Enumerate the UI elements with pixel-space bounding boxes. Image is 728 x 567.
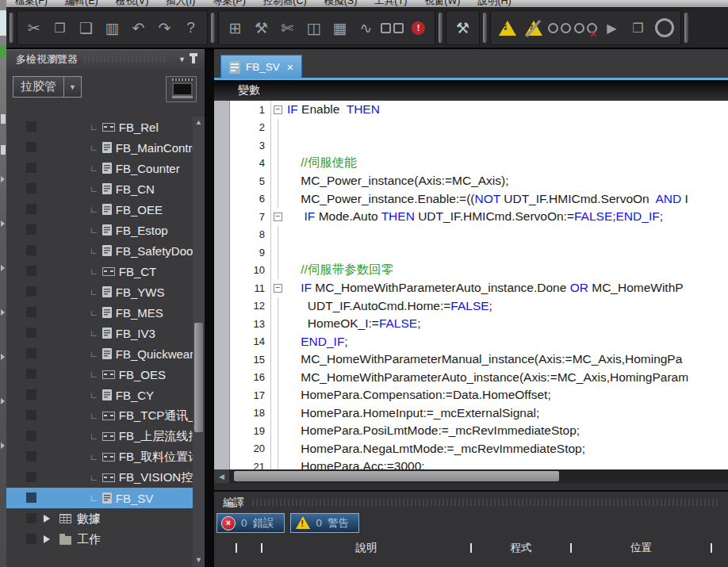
code-line-10[interactable]: 10 //伺服带参数回零: [229, 262, 728, 280]
tree-item-fb-mes[interactable]: ∟FB_MES: [6, 302, 193, 323]
st-code-editor[interactable]: 1−IF Enable THEN234 //伺服使能5 MC_Power_ins…: [214, 101, 728, 469]
paste-icon[interactable]: ❑: [73, 15, 99, 41]
tree-item-fb-sv[interactable]: ∟FB_SV: [6, 488, 193, 508]
menu-item-2[interactable]: 檢視(V): [107, 0, 158, 8]
rebuild-icon[interactable]: ⚒: [450, 15, 476, 41]
tree-item-fb-cn[interactable]: ∟FB_CN: [6, 178, 193, 199]
code-line-5[interactable]: 5 MC_Power_instance(Axis:=MC_Axis);: [229, 172, 728, 190]
help-icon[interactable]: ?: [178, 15, 204, 41]
tree-item-fb-[interactable]: ∟FB_上层流线控制: [6, 426, 193, 446]
code-line-8[interactable]: 8: [229, 226, 728, 244]
find-icon[interactable]: [379, 15, 405, 41]
code-line-1[interactable]: 1−IF Enable THEN: [229, 101, 728, 119]
tree-group-工作[interactable]: 工作: [6, 529, 193, 550]
code-line-6[interactable]: 6 MC_Power_instance.Enable:=((NOT UDT_IF…: [229, 190, 728, 209]
code-line-14[interactable]: 14 END_IF;: [229, 333, 728, 351]
insert-window-icon[interactable]: ⊞: [222, 15, 248, 41]
go-offline-icon[interactable]: ↯: [520, 15, 546, 41]
tree-item-fb-iv3[interactable]: ∟FB_IV3: [6, 323, 193, 343]
menu-item-1[interactable]: 編輯(E): [56, 0, 107, 8]
warnings-filter-button[interactable]: ! 0 警告: [290, 513, 360, 533]
menu-item-9[interactable]: 說明(H): [469, 0, 519, 8]
tree-item-fb-maincontrol[interactable]: ∟FB_MainControl: [6, 137, 193, 158]
menu-item-4[interactable]: 專案(P): [204, 0, 255, 8]
column-program[interactable]: 程式: [472, 541, 570, 555]
delete-icon[interactable]: ▥: [99, 15, 125, 41]
redo-icon[interactable]: ↷: [151, 15, 178, 41]
edit-tools-icon[interactable]: ⚒: [248, 15, 274, 41]
code-line-11[interactable]: 11− IF MC_HomeWithParameterAuto_instance…: [229, 279, 728, 297]
code-line-20[interactable]: 20 HomePara.NegaLmtMode:=_mcRevImmediate…: [229, 440, 728, 458]
tree-item-fb-oes[interactable]: ∟FB_OES: [6, 364, 193, 385]
errors-filter-button[interactable]: × 0 錯誤: [216, 513, 285, 533]
tree-item-fb-estop[interactable]: ∟FB_Estop: [6, 220, 193, 240]
code-line-16[interactable]: 16 MC_HomeWithParameterAuto_instance(Axi…: [229, 369, 728, 387]
expand-arrow-icon[interactable]: [44, 535, 50, 543]
synchronize-icon[interactable]: [651, 15, 677, 41]
tree-item-fb-oee[interactable]: ∟FB_OEE: [6, 199, 193, 220]
copy-icon[interactable]: ❐: [47, 15, 73, 41]
code-line-4[interactable]: 4 //伺服使能: [229, 155, 728, 173]
close-icon[interactable]: ×: [287, 61, 293, 74]
code-line-7[interactable]: 7− IF Mode.Auto THEN UDT_IF.HMICmd.Servo…: [229, 208, 728, 226]
chevron-down-icon[interactable]: ▼: [63, 77, 81, 97]
tree-item-fb-safetydoor[interactable]: ∟FB_SafetyDoor: [6, 240, 193, 261]
stop-monitor-icon[interactable]: ✕: [573, 15, 599, 41]
run-transfer-icon[interactable]: ▶: [599, 15, 625, 41]
tree-scrollbar[interactable]: ▲ ▼: [193, 117, 205, 567]
watch-window-icon[interactable]: ◫: [301, 15, 327, 41]
tree-item-fb-yws[interactable]: ∟FB_YWS: [6, 282, 193, 302]
scroll-left-icon[interactable]: ◀: [214, 469, 229, 483]
tree-item-fb-ct[interactable]: ∟FB_CT: [6, 261, 193, 282]
hscrollbar-thumb[interactable]: [234, 471, 559, 481]
compare-icon[interactable]: ❐: [625, 15, 651, 41]
tab-fb-sv[interactable]: FB_SV ×: [220, 55, 302, 79]
tree-item-fb-quickwearpa[interactable]: ∟FB_Quickwearpa: [6, 343, 193, 364]
expand-arrow-icon[interactable]: [44, 515, 50, 523]
menu-item-3[interactable]: 插入(I): [157, 0, 204, 8]
fold-toggle[interactable]: −: [271, 101, 285, 119]
pulse-monitor-icon[interactable]: ∿: [353, 15, 379, 41]
pin-icon[interactable]: [192, 56, 195, 63]
cut-icon[interactable]: ✂: [21, 15, 47, 41]
code-line-2[interactable]: 2: [229, 119, 728, 137]
menu-item-7[interactable]: 工具(T): [366, 0, 416, 8]
tree-item-fb-counter[interactable]: ∟FB_Counter: [6, 158, 193, 178]
code-line-21[interactable]: 21 HomePara.Acc:=3000;: [229, 458, 728, 469]
go-online-icon[interactable]: ↯: [494, 15, 520, 41]
menu-item-8[interactable]: 視窗(W): [416, 0, 469, 8]
tree-item-fb-vision-[interactable]: ∟FB_VISION控制_: [6, 467, 193, 488]
code-line-17[interactable]: 17 HomePara.Compensation:=Data.HomeOffse…: [229, 386, 728, 404]
code-line-12[interactable]: 12 UDT_IF.AutoCmd.Home:=FALSE;: [229, 297, 728, 316]
scroll-up-icon[interactable]: ▲: [193, 117, 205, 128]
explorer-collapse-icon[interactable]: ▼: [178, 56, 186, 63]
code-line-19[interactable]: 19 HomePara.PosiLmtMode:=_mcRevImmediate…: [229, 422, 728, 440]
trim-icon[interactable]: ✄: [274, 15, 301, 41]
error-list-icon[interactable]: !: [405, 15, 431, 41]
column-description[interactable]: 說明: [262, 541, 470, 555]
code-line-13[interactable]: 13 HomeOK_I:=FALSE;: [229, 315, 728, 333]
menu-item-5[interactable]: 控制器(C): [255, 0, 316, 8]
variables-bar[interactable]: 變數: [214, 80, 728, 102]
tree-item-fb-[interactable]: ∟FB_取料位置计算: [6, 446, 193, 467]
tree-item-fb-rel[interactable]: ∟FB_Rel: [6, 117, 193, 137]
watch-table-icon[interactable]: ▦: [327, 15, 353, 41]
code-line-18[interactable]: 18 HomePara.HomeInput:=_mcExternalSignal…: [229, 404, 728, 423]
menu-item-6[interactable]: 模擬(S): [316, 0, 366, 8]
fold-toggle[interactable]: −: [271, 279, 285, 297]
undo-icon[interactable]: ↶: [125, 15, 151, 41]
code-line-9[interactable]: 9: [229, 243, 728, 262]
fold-toggle[interactable]: −: [271, 208, 285, 226]
code-line-15[interactable]: 15 MC_HomeWithParameterManual_instance(A…: [229, 351, 728, 369]
menu-item-0[interactable]: 檔案(F): [6, 0, 56, 8]
monitor-icon[interactable]: [546, 15, 573, 41]
device-selector[interactable]: 拉胶管 ▼: [13, 76, 82, 98]
tree-group-數據[interactable]: 數據: [6, 508, 193, 529]
tree-item-fb-cy[interactable]: ∟FB_CY: [6, 385, 193, 405]
horizontal-scrollbar[interactable]: ◀: [214, 469, 728, 483]
controller-icon[interactable]: [166, 76, 197, 102]
code-line-3[interactable]: 3: [229, 136, 728, 155]
breakpoint-gutter[interactable]: [214, 101, 230, 469]
scroll-down-icon[interactable]: ▼: [193, 554, 205, 565]
column-location[interactable]: 位置: [572, 541, 711, 555]
